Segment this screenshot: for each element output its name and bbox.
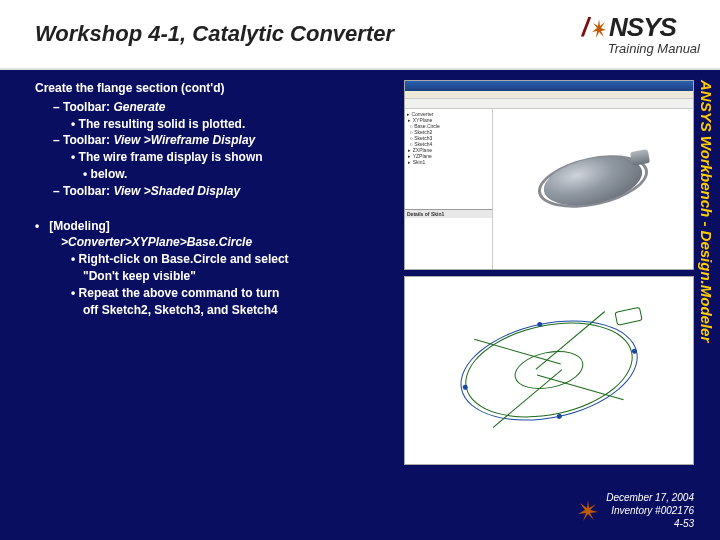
screenshot-solid: ▸ Converter ▸ XYPlane ○ Base.Circle ○ Sk… — [404, 80, 694, 270]
slide-header: Workshop 4-1, Catalytic Converter / NSYS… — [0, 0, 720, 70]
modeling-row: • [Modeling] — [35, 218, 395, 235]
footer-burst-icon — [576, 498, 600, 522]
window-titlebar — [405, 81, 693, 91]
modeling-label: [Modeling] — [49, 218, 110, 235]
details-panel: Details of Skin1 — [405, 209, 493, 269]
bullet-cont: off Sketch2, Sketch3, and Sketch4 — [35, 302, 395, 319]
dash-item: Toolbar: Generate — [35, 99, 395, 116]
viewport-3d — [493, 109, 693, 269]
footer-page: 4-53 — [606, 517, 694, 530]
logo-text: NSYS — [609, 12, 676, 43]
bullet-item: The wire frame display is shown — [35, 149, 395, 166]
dash-item: Toolbar: View >Shaded Display — [35, 183, 395, 200]
bullet-cont: "Don't keep visible" — [35, 268, 395, 285]
bullet-item: Repeat the above command to turn — [35, 285, 395, 302]
window-menubar — [405, 91, 693, 99]
footer-date: December 17, 2004 — [606, 491, 694, 504]
details-header: Details of Skin1 — [405, 210, 492, 218]
wireframe-model — [450, 298, 649, 443]
slide-body-text: Create the flange section (cont'd) Toolb… — [35, 80, 395, 318]
training-manual-label: Training Manual — [558, 41, 700, 56]
footer-inventory: Inventory #002176 — [606, 504, 694, 517]
viewport-wireframe — [405, 277, 693, 465]
slide-title: Workshop 4-1, Catalytic Converter — [35, 21, 394, 47]
solid-model — [533, 148, 653, 213]
vertical-side-text: ANSYS Workbench - Design.Modeler — [696, 80, 716, 465]
window-toolbar — [405, 99, 693, 109]
header-right: / NSYS Training Manual — [558, 12, 700, 56]
logo-burst-icon — [591, 17, 607, 43]
outer-bullet-icon: • — [35, 218, 39, 235]
modeling-path: >Converter>XYPlane>Base.Circle — [35, 234, 395, 251]
bullet-cont: below. — [35, 166, 395, 183]
section-1-heading: Create the flange section (cont'd) — [35, 80, 395, 97]
logo-slash: / — [582, 12, 589, 43]
bullet-item: Right-click on Base.Circle and select — [35, 251, 395, 268]
slide-footer: December 17, 2004 Inventory #002176 4-53 — [606, 491, 694, 530]
ansys-logo: / NSYS — [582, 12, 676, 43]
bullet-item: The resulting solid is plotted. — [35, 116, 395, 133]
screenshot-wireframe — [404, 276, 694, 466]
embedded-screenshots: ▸ Converter ▸ XYPlane ○ Base.Circle ○ Sk… — [404, 80, 694, 465]
dash-item: Toolbar: View >Wireframe Display — [35, 132, 395, 149]
